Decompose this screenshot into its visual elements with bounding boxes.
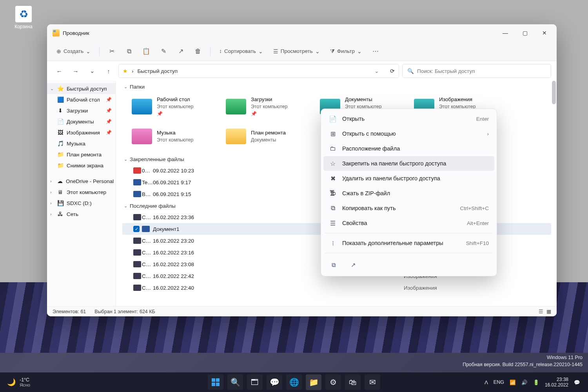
explorer-taskbar-button[interactable]: 📁 xyxy=(306,374,321,390)
thumbnails-view-button[interactable]: ▦ xyxy=(546,309,551,314)
close-button[interactable]: ✕ xyxy=(535,25,554,41)
status-count: Элементов: 61 xyxy=(53,309,86,314)
checkbox[interactable]: ✓ xyxy=(133,226,140,232)
sidebar-item[interactable]: ⬇Загрузки📌 xyxy=(47,105,116,116)
desktop: Корзина Windows 11 Pro Пробная версия. B… xyxy=(0,0,588,392)
sidebar-item[interactable]: ›☁OneDrive - Personal xyxy=(47,176,116,187)
start-button[interactable] xyxy=(208,374,223,390)
taskview-button[interactable]: 🗔 xyxy=(247,374,263,390)
scrollbar[interactable] xyxy=(552,81,556,104)
folder-icon xyxy=(132,129,152,144)
sidebar-item[interactable]: 📄Документы📌 xyxy=(47,116,116,127)
breadcrumb[interactable]: Быстрый доступ xyxy=(138,68,178,74)
context-menu-item[interactable]: ⧉Копировать как путьCtrl+Shift+C xyxy=(323,201,494,216)
svg-rect-0 xyxy=(212,378,215,382)
folder-card[interactable]: Рабочий столЭтот компьютер📌 xyxy=(130,94,220,120)
context-menu-item[interactable]: ☰СвойстваAlt+Enter xyxy=(323,216,494,230)
sidebar-item[interactable]: ⌄⭐Быстрый доступ xyxy=(47,83,116,94)
sidebar-item[interactable]: 🖼Изображения📌 xyxy=(47,127,116,138)
forward-button[interactable]: → xyxy=(69,64,82,78)
sidebar-item[interactable]: 📁Снимки экрана xyxy=(47,160,116,171)
sort-button[interactable]: ↕ Сортировать ⌄ xyxy=(215,45,267,58)
section-folders[interactable]: ⌄Папки xyxy=(116,81,557,92)
recent-locations-button[interactable]: ⌄ xyxy=(85,64,99,78)
nav-row: ← → ⌄ ↑ ★ › Быстрый доступ ⌄ ⟳ 🔍 Поиск: … xyxy=(47,61,557,81)
sidebar-item[interactable]: ›💾SDXC (D:) xyxy=(47,198,116,209)
folder-card[interactable]: ЗагрузкиЭтот компьютер📌 xyxy=(224,94,314,120)
volume-icon[interactable]: 🔊 xyxy=(521,379,528,385)
file-icon xyxy=(133,167,141,174)
copy-button[interactable]: ⧉ xyxy=(327,259,340,271)
folder-card[interactable]: План ремонтаДокументы xyxy=(224,123,314,149)
file-icon xyxy=(133,238,141,244)
search-box[interactable]: 🔍 Поиск: Быстрый доступ xyxy=(402,64,551,78)
file-icon xyxy=(133,285,141,291)
chevron-right-icon: › xyxy=(487,131,489,137)
taskbar: 🌙 -1°C Ясно 🔍 🗔 💬 🌐 📁 ⚙ 🛍 ✉ ᐱ ENG 📶 🔊 🔋 xyxy=(0,372,588,392)
folder-card[interactable]: МузыкаЭтот компьютер xyxy=(130,123,220,149)
language-indicator[interactable]: ENG xyxy=(494,379,504,385)
context-menu-item[interactable]: 📄ОткрытьEnter xyxy=(323,111,494,126)
context-menu-item[interactable]: ✖Удалить из панели быстрого доступа xyxy=(323,171,494,186)
file-row[interactable]: ✓Снимок экрана 2022-02-16 22400616.02.20… xyxy=(122,282,551,294)
context-menu-item[interactable]: ⁝Показать дополнительные параметрыShift+… xyxy=(323,236,494,250)
weather-icon: 🌙 xyxy=(7,378,16,387)
store-button[interactable]: 🛍 xyxy=(345,374,361,390)
taskbar-weather[interactable]: 🌙 -1°C Ясно xyxy=(0,377,30,387)
context-menu-item[interactable]: ⊞Открыть с помощью› xyxy=(323,126,494,141)
mail-button[interactable]: ✉ xyxy=(365,374,380,390)
copy-button[interactable]: ⧉ xyxy=(122,45,136,58)
sidebar-item[interactable]: 🟦Рабочий стол📌 xyxy=(47,94,116,105)
share-button[interactable]: ↗ xyxy=(347,259,359,271)
new-button[interactable]: ⊕ Создать ⌄ xyxy=(53,45,94,58)
star-icon: ★ xyxy=(123,68,128,74)
sidebar-item[interactable]: 📁План ремонта xyxy=(47,149,116,160)
tray-chevron-icon[interactable]: ᐱ xyxy=(485,379,488,385)
delete-button[interactable]: 🗑 xyxy=(191,45,205,58)
rename-button[interactable]: ✎ xyxy=(156,45,171,58)
context-menu-item[interactable]: 🗜Сжать в ZIP-файл xyxy=(323,186,494,201)
sidebar-item[interactable]: ›🖥Этот компьютер xyxy=(47,187,116,198)
recycle-bin-icon xyxy=(15,6,32,22)
recycle-bin-label: Корзина xyxy=(8,24,39,29)
windows-watermark: Windows 11 Pro Пробная версия. Build 225… xyxy=(463,354,583,369)
sidebar-item[interactable]: 🎵Музыка xyxy=(47,138,116,149)
context-menu-item[interactable]: 🗀Расположение файла xyxy=(323,141,494,156)
notifications-button[interactable]: 💬 xyxy=(574,379,580,385)
file-icon xyxy=(133,249,141,256)
folder-icon xyxy=(132,99,152,114)
clock[interactable]: 23:3816.02.2022 xyxy=(545,377,568,388)
pin-icon: 📌 xyxy=(106,108,112,113)
svg-rect-3 xyxy=(216,383,220,386)
taskbar-center: 🔍 🗔 💬 🌐 📁 ⚙ 🛍 ✉ xyxy=(208,374,380,390)
address-bar[interactable]: ★ › Быстрый доступ ⌄ ⟳ xyxy=(118,64,399,78)
search-button[interactable]: 🔍 xyxy=(227,374,243,390)
recycle-bin[interactable]: Корзина xyxy=(8,6,39,29)
share-button[interactable]: ↗ xyxy=(173,45,188,58)
settings-button[interactable]: ⚙ xyxy=(325,374,341,390)
paste-button[interactable]: 📋 xyxy=(139,45,154,58)
chevron-down-icon[interactable]: ⌄ xyxy=(374,68,379,74)
refresh-button[interactable]: ⟳ xyxy=(390,68,395,74)
pin-icon: 📌 xyxy=(106,130,112,135)
cut-button[interactable]: ✂ xyxy=(104,45,119,58)
titlebar[interactable]: Проводник ― ▢ ✕ xyxy=(47,24,557,42)
file-icon xyxy=(133,261,141,267)
edge-button[interactable]: 🌐 xyxy=(286,374,302,390)
details-view-button[interactable]: ☰ xyxy=(539,309,543,314)
back-button[interactable]: ← xyxy=(53,64,66,78)
filter-button[interactable]: ⧩ Фильтр ⌄ xyxy=(326,45,366,58)
context-menu-item[interactable]: ☆Закрепить на панели быстрого доступа xyxy=(323,156,494,171)
more-button[interactable]: ⋯ xyxy=(368,45,383,58)
minimize-button[interactable]: ― xyxy=(495,25,515,41)
command-bar: ⊕ Создать ⌄ ✂ ⧉ 📋 ✎ ↗ 🗑 ↕ Сортировать ⌄ … xyxy=(47,42,557,61)
up-button[interactable]: ↑ xyxy=(102,64,115,78)
maximize-button[interactable]: ▢ xyxy=(515,25,535,41)
view-button[interactable]: ☰ Просмотреть ⌄ xyxy=(269,45,324,58)
battery-icon[interactable]: 🔋 xyxy=(533,379,539,385)
pin-icon: 📌 xyxy=(106,119,112,124)
chat-button[interactable]: 💬 xyxy=(267,374,282,390)
svg-rect-2 xyxy=(212,383,215,386)
sidebar-item[interactable]: ›🖧Сеть xyxy=(47,209,116,220)
wifi-icon[interactable]: 📶 xyxy=(510,379,516,385)
